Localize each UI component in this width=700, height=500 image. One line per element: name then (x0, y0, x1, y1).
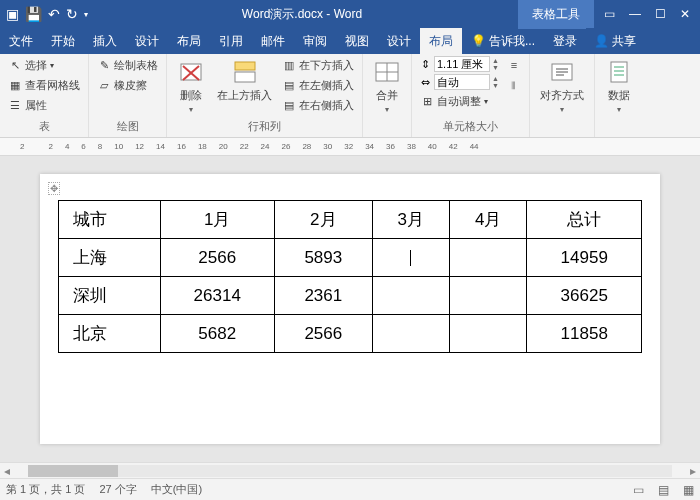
undo-icon[interactable]: ↶ (48, 6, 60, 22)
height-spinner[interactable]: ▲▼ (492, 57, 499, 71)
ribbon-group-rows-cols: 删除 ▾ 在上方插入 ▥在下方插入 ▤在左侧插入 ▤在右侧插入 行和列 (167, 54, 363, 137)
insert-above-button[interactable]: 在上方插入 (213, 56, 276, 105)
scroll-right-icon[interactable]: ▸ (686, 464, 700, 478)
chevron-down-icon: ▾ (560, 105, 564, 114)
table-cell[interactable]: 北京 (59, 315, 161, 353)
tab-view[interactable]: 视图 (336, 28, 378, 54)
tab-review[interactable]: 审阅 (294, 28, 336, 54)
autofit-icon: ⊞ (420, 95, 434, 109)
table-anchor-icon[interactable]: ✥ (48, 182, 60, 195)
horizontal-scrollbar[interactable]: ◂ ▸ (0, 462, 700, 478)
share-button[interactable]: 👤共享 (586, 28, 644, 54)
minimize-icon[interactable]: — (629, 7, 641, 21)
properties-button[interactable]: ☰属性 (6, 96, 82, 115)
tab-references[interactable]: 引用 (210, 28, 252, 54)
horizontal-ruler[interactable]: 2246810121416182022242628303234363840424… (0, 138, 700, 156)
row-height-input[interactable] (434, 56, 490, 72)
table-cell[interactable]: 14959 (527, 239, 642, 277)
tab-table-layout[interactable]: 布局 (420, 28, 462, 54)
redo-icon[interactable]: ↻ (66, 6, 78, 22)
tab-table-design[interactable]: 设计 (378, 28, 420, 54)
word-count[interactable]: 27 个字 (99, 482, 136, 497)
insert-left-button[interactable]: ▤在左侧插入 (280, 76, 356, 95)
qat-more-icon[interactable]: ▾ (84, 10, 88, 19)
table-cell[interactable]: 城市 (59, 201, 161, 239)
table-row: 城市 1月 2月 3月 4月 总计 (59, 201, 642, 239)
tab-insert[interactable]: 插入 (84, 28, 126, 54)
signin-button[interactable]: 登录 (544, 28, 586, 54)
distribute-rows-button[interactable]: ≡ (505, 56, 523, 74)
align-button[interactable]: 对齐方式 ▾ (536, 56, 588, 116)
table-cell[interactable] (450, 277, 527, 315)
table-cell[interactable]: 36625 (527, 277, 642, 315)
scroll-left-icon[interactable]: ◂ (0, 464, 14, 478)
table-cell[interactable]: 2361 (275, 277, 373, 315)
width-spinner[interactable]: ▲▼ (492, 75, 499, 89)
table-row: 北京 5682 2566 11858 (59, 315, 642, 353)
insert-below-button[interactable]: ▥在下方插入 (280, 56, 356, 75)
autofit-button[interactable]: ⊞自动调整 ▾ (418, 92, 499, 111)
ribbon-options-icon[interactable]: ▭ (604, 7, 615, 21)
scroll-thumb[interactable] (28, 465, 118, 477)
table-cell[interactable]: 2月 (275, 201, 373, 239)
ribbon-group-cell-size: ⇕▲▼ ⇔▲▼ ⊞自动调整 ▾ ≡ ⦀ 单元格大小 (412, 54, 530, 137)
insert-right-button[interactable]: ▤在右侧插入 (280, 96, 356, 115)
group-label-rowscols: 行和列 (173, 119, 356, 135)
read-mode-icon[interactable]: ▭ (633, 483, 644, 497)
table-cell[interactable]: 4月 (450, 201, 527, 239)
distribute-cols-button[interactable]: ⦀ (505, 76, 523, 94)
insert-above-icon (231, 58, 259, 86)
tab-mail[interactable]: 邮件 (252, 28, 294, 54)
table-cell[interactable]: 1月 (160, 201, 274, 239)
table-cell[interactable]: 2566 (160, 239, 274, 277)
ribbon-group-table: ↖选择 ▾ ▦查看网格线 ☰属性 表 (0, 54, 89, 137)
col-width-input[interactable] (434, 74, 490, 90)
merge-icon (373, 58, 401, 86)
language-indicator[interactable]: 中文(中国) (151, 482, 202, 497)
share-icon: 👤 (594, 34, 609, 48)
text-cursor (410, 250, 411, 266)
table-cell[interactable]: 5682 (160, 315, 274, 353)
table-cell[interactable] (450, 239, 527, 277)
grid-icon: ▦ (8, 79, 22, 93)
dist-rows-icon: ≡ (507, 58, 521, 72)
table-cell[interactable]: 3月 (372, 201, 449, 239)
eraser-button[interactable]: ▱橡皮擦 (95, 76, 160, 95)
table-cell[interactable]: 11858 (527, 315, 642, 353)
maximize-icon[interactable]: ☐ (655, 7, 666, 21)
table-cell[interactable]: 5893 (275, 239, 373, 277)
merge-button[interactable]: 合并 ▾ (369, 56, 405, 116)
select-button[interactable]: ↖选择 ▾ (6, 56, 82, 75)
status-bar: 第 1 页，共 1 页 27 个字 中文(中国) ▭ ▤ ▦ (0, 478, 700, 500)
data-icon (605, 58, 633, 86)
ribbon-group-draw: ✎绘制表格 ▱橡皮擦 绘图 (89, 54, 167, 137)
table-cell[interactable]: 2566 (275, 315, 373, 353)
delete-button[interactable]: 删除 ▾ (173, 56, 209, 116)
tab-file[interactable]: 文件 (0, 28, 42, 54)
data-button[interactable]: 数据 ▾ (601, 56, 637, 116)
table-cell[interactable] (372, 277, 449, 315)
page-indicator[interactable]: 第 1 页，共 1 页 (6, 482, 85, 497)
tell-me[interactable]: 💡告诉我... (462, 28, 544, 54)
table-cell[interactable]: 总计 (527, 201, 642, 239)
tab-home[interactable]: 开始 (42, 28, 84, 54)
draw-table-button[interactable]: ✎绘制表格 (95, 56, 160, 75)
web-layout-icon[interactable]: ▦ (683, 483, 694, 497)
save-icon[interactable]: 💾 (25, 6, 42, 22)
insert-right-icon: ▤ (282, 99, 296, 113)
close-icon[interactable]: ✕ (680, 7, 690, 21)
table-cell[interactable] (372, 315, 449, 353)
print-layout-icon[interactable]: ▤ (658, 483, 669, 497)
view-gridlines-button[interactable]: ▦查看网格线 (6, 76, 82, 95)
tab-design[interactable]: 设计 (126, 28, 168, 54)
tab-layout[interactable]: 布局 (168, 28, 210, 54)
quick-access-toolbar: ▣ 💾 ↶ ↻ ▾ (0, 6, 94, 22)
table-cell[interactable]: 26314 (160, 277, 274, 315)
scroll-track[interactable] (28, 465, 672, 477)
table-cell[interactable]: 上海 (59, 239, 161, 277)
table-cell[interactable] (372, 239, 449, 277)
table-cell[interactable]: 深圳 (59, 277, 161, 315)
table-cell[interactable] (450, 315, 527, 353)
document-table[interactable]: 城市 1月 2月 3月 4月 总计 上海 2566 5893 14959 深圳 … (58, 200, 642, 353)
document-area[interactable]: ✥ 城市 1月 2月 3月 4月 总计 上海 2566 5893 14959 深… (0, 156, 700, 462)
